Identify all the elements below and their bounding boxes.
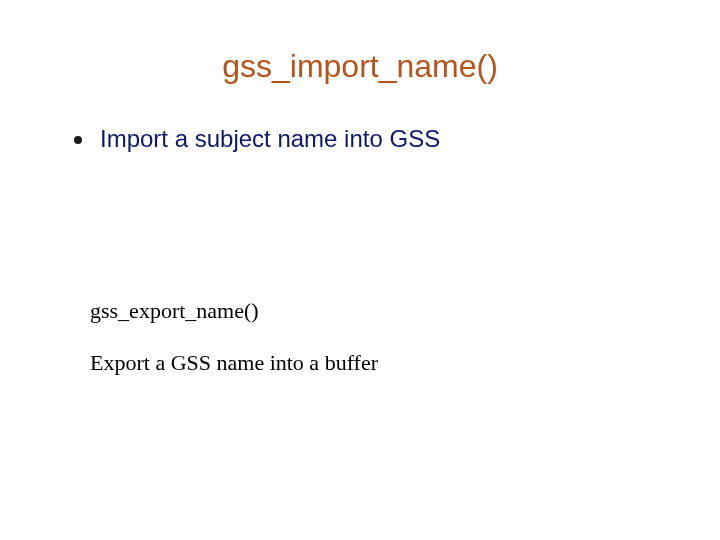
bullet-item: Import a subject name into GSS: [74, 125, 440, 153]
sub-description: Export a GSS name into a buffer: [90, 350, 378, 376]
bullet-text: Import a subject name into GSS: [100, 125, 440, 153]
bullet-icon: [74, 136, 82, 144]
slide: gss_import_name() Import a subject name …: [0, 0, 720, 540]
slide-title: gss_import_name(): [0, 48, 720, 85]
sub-heading: gss_export_name(): [90, 298, 259, 324]
